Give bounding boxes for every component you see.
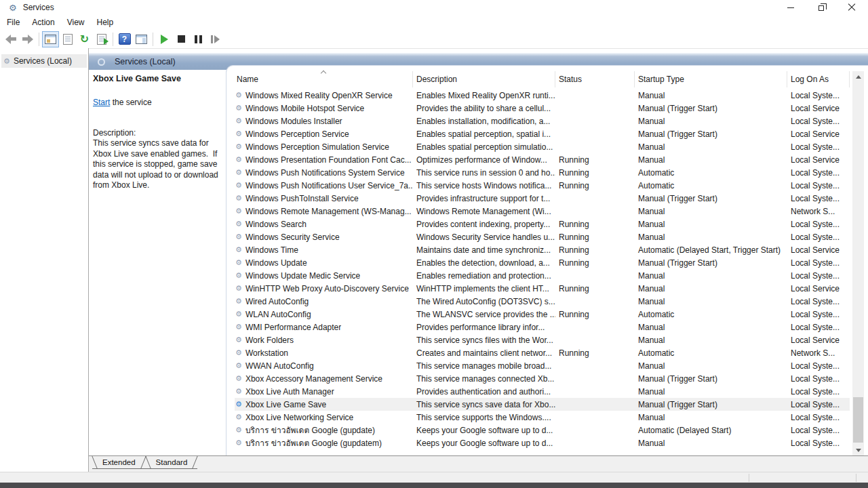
tab-standard[interactable]: Standard <box>146 456 198 469</box>
service-gear-icon: ⚙ <box>235 413 242 421</box>
table-row[interactable]: ⚙ Work Folders This service syncs files … <box>235 333 850 346</box>
show-action-pane-button[interactable] <box>133 31 150 47</box>
table-row[interactable]: ⚙ Windows PushToInstall Service Provides… <box>235 192 850 205</box>
table-row[interactable]: ⚙ Windows Mobile Hotspot Service Provide… <box>235 102 850 115</box>
cell-description: Provides content indexing, property... <box>413 220 555 229</box>
restore-button[interactable] <box>806 0 836 15</box>
cell-log-on-as: Local Syste... <box>787 374 850 384</box>
start-service-button[interactable] <box>156 31 173 47</box>
table-row[interactable]: ⚙ Windows Perception Simulation Service … <box>235 140 850 153</box>
table-row[interactable]: ⚙ บริการ ข่าวอัพเดต Google (gupdatem) Ke… <box>235 436 850 449</box>
menu-help[interactable]: Help <box>91 15 120 30</box>
start-service-link[interactable]: Start <box>93 98 110 107</box>
scrollbar-thumb[interactable] <box>853 397 863 443</box>
table-row[interactable]: ⚙ Workstation Creates and maintains clie… <box>235 346 850 359</box>
stop-service-button[interactable] <box>173 31 190 47</box>
service-gear-icon: ⚙ <box>235 285 242 292</box>
close-button[interactable] <box>836 0 867 15</box>
table-row[interactable]: ⚙ WMI Performance Adapter Provides perfo… <box>235 321 850 333</box>
cell-description: This service manages connected Xb... <box>413 374 555 384</box>
sidebar-item-services-local[interactable]: ⚙ Services (Local) <box>1 54 87 68</box>
tab-extended[interactable]: Extended <box>92 456 146 469</box>
pause-service-button[interactable] <box>190 31 207 47</box>
table-row[interactable]: ⚙ Windows Perception Service Enables spa… <box>235 127 850 140</box>
column-header-description[interactable]: Description <box>413 71 555 87</box>
cell-log-on-as: Local Service <box>787 336 850 345</box>
scroll-down-button[interactable] <box>852 445 864 456</box>
table-row[interactable]: ⚙ Windows Update Enables the detection, … <box>235 256 850 269</box>
forward-button[interactable] <box>19 31 36 47</box>
minimize-button[interactable] <box>775 0 806 15</box>
service-gear-icon: ⚙ <box>235 169 242 176</box>
cell-status: Running <box>555 168 635 178</box>
table-row[interactable]: ⚙ Windows Mixed Reality OpenXR Service E… <box>235 89 850 102</box>
menu-file[interactable]: File <box>1 15 26 30</box>
service-name: บริการ ข่าวอัพเดต Google (gupdatem) <box>245 436 382 449</box>
service-name: Workstation <box>245 348 288 358</box>
cell-startup-type: Manual <box>635 361 787 371</box>
table-row[interactable]: ⚙ Windows Remote Management (WS-Manag...… <box>235 205 850 218</box>
toolbar-separator <box>39 33 39 46</box>
taskpad-banner-title: Services (Local) <box>115 57 176 66</box>
help-button[interactable]: ? <box>116 31 133 47</box>
export-list-button[interactable] <box>93 31 110 47</box>
service-gear-icon: ⚙ <box>235 92 242 99</box>
cell-startup-type: Automatic <box>635 310 787 319</box>
table-row[interactable]: ⚙ Xbox Live Game Save This service syncs… <box>235 398 850 411</box>
service-name: Windows Search <box>245 220 307 229</box>
table-row[interactable]: ⚙ บริการ ข่าวอัพเดต Google (gupdate) Kee… <box>235 424 850 436</box>
menu-action[interactable]: Action <box>26 15 60 30</box>
cell-startup-type: Automatic <box>635 181 787 190</box>
cell-name: ⚙ Xbox Accessory Management Service <box>235 374 413 384</box>
vertical-scrollbar[interactable] <box>852 71 864 456</box>
cell-startup-type: Manual <box>635 439 787 448</box>
service-name: Work Folders <box>245 336 294 345</box>
cell-log-on-as: Network S... <box>787 207 850 216</box>
table-row[interactable]: ⚙ Xbox Live Networking Service This serv… <box>235 411 850 424</box>
cell-log-on-as: Local Syste... <box>787 323 850 332</box>
back-button[interactable] <box>2 31 19 47</box>
column-header-status[interactable]: Status <box>555 71 635 87</box>
table-row[interactable]: ⚙ Windows Presentation Foundation Font C… <box>235 153 850 166</box>
table-row[interactable]: ⚙ Wired AutoConfig The Wired AutoConfig … <box>235 295 850 308</box>
service-gear-icon: ⚙ <box>235 130 242 138</box>
restart-service-button[interactable] <box>207 31 224 47</box>
table-row[interactable]: ⚙ WinHTTP Web Proxy Auto-Discovery Servi… <box>235 282 850 295</box>
cell-name: ⚙ Windows Search <box>235 220 413 229</box>
table-row[interactable]: ⚙ Windows Push Notifications User Servic… <box>235 179 850 192</box>
properties-button[interactable] <box>59 31 76 47</box>
cell-log-on-as: Local Service <box>787 284 850 293</box>
column-header-startup-type[interactable]: Startup Type <box>635 71 787 87</box>
column-header-name[interactable]: Name <box>235 71 413 87</box>
table-row[interactable]: ⚙ Windows Modules Installer Enables inst… <box>235 115 850 127</box>
show-console-tree-button[interactable] <box>42 31 59 47</box>
menu-view[interactable]: View <box>61 15 91 30</box>
start-service-suffix: the service <box>110 98 151 107</box>
cell-log-on-as: Local Service <box>787 245 850 255</box>
table-row[interactable]: ⚙ Windows Push Notifications System Serv… <box>235 166 850 179</box>
refresh-button[interactable]: ↻ <box>76 31 93 47</box>
cell-name: ⚙ Windows PushToInstall Service <box>235 194 413 203</box>
table-row[interactable]: ⚙ Windows Security Service Windows Secur… <box>235 230 850 243</box>
cell-log-on-as: Local Syste... <box>787 310 850 319</box>
cell-log-on-as: Local Syste... <box>787 387 850 396</box>
table-row[interactable]: ⚙ Windows Update Medic Service Enables r… <box>235 269 850 282</box>
table-row[interactable]: ⚙ Xbox Accessory Management Service This… <box>235 372 850 385</box>
cell-startup-type: Manual <box>635 323 787 332</box>
service-name: Xbox Accessory Management Service <box>245 374 382 384</box>
table-row[interactable]: ⚙ Windows Search Provides content indexi… <box>235 218 850 230</box>
table-row[interactable]: ⚙ WLAN AutoConfig The WLANSVC service pr… <box>235 308 850 321</box>
cell-log-on-as: Local Syste... <box>787 297 850 306</box>
cell-startup-type: Manual <box>635 336 787 345</box>
console-tree-pane: ⚙ Services (Local) <box>0 48 89 472</box>
scroll-up-button[interactable] <box>852 71 864 83</box>
cell-startup-type: Manual (Trigger Start) <box>635 374 787 384</box>
table-row[interactable]: ⚙ Xbox Live Auth Manager Provides authen… <box>235 385 850 398</box>
cell-name: ⚙ Windows Time <box>235 245 413 255</box>
table-row[interactable]: ⚙ Windows Time Maintains date and time s… <box>235 243 850 256</box>
cell-name: ⚙ Work Folders <box>235 336 413 345</box>
table-row[interactable]: ⚙ WWAN AutoConfig This service manages m… <box>235 359 850 372</box>
column-header-log-on-as[interactable]: Log On As <box>787 71 850 87</box>
cell-name: ⚙ Windows Perception Service <box>235 129 413 139</box>
service-list-panel: Name Description Status Startup Type Log… <box>226 65 868 455</box>
